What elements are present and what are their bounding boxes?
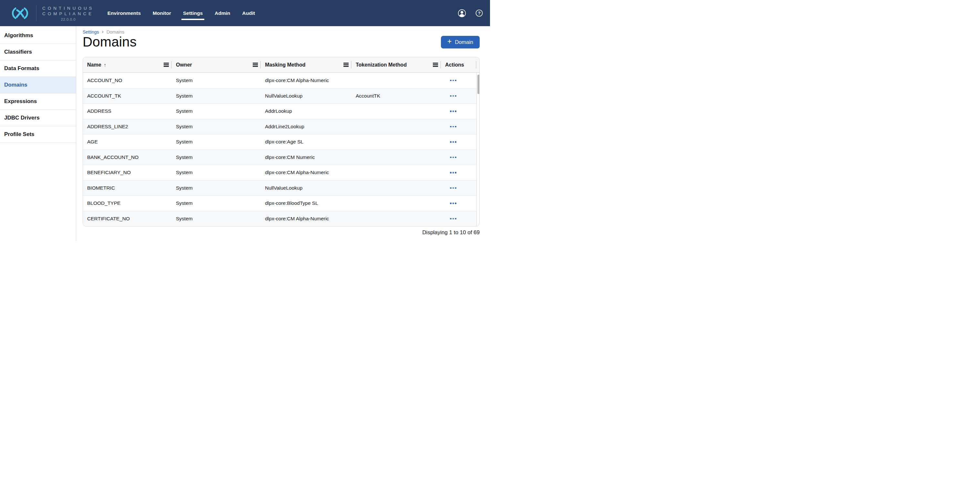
nav-item-settings[interactable]: Settings <box>183 10 203 16</box>
ellipsis-icon[interactable] <box>449 94 458 99</box>
sidebar-item-expressions[interactable]: Expressions <box>0 93 76 110</box>
cell-actions <box>441 150 476 165</box>
cell-owner: System <box>172 88 261 104</box>
user-avatar-icon[interactable] <box>458 9 466 18</box>
column-header-label: Masking Method <box>265 62 305 68</box>
cell-tokenization-method <box>352 134 441 150</box>
column-menu-icon[interactable] <box>344 63 348 67</box>
cell-tokenization-method <box>352 150 441 165</box>
page-header: Domains + Domain <box>83 35 480 49</box>
sidebar-item-classifiers[interactable]: Classifiers <box>0 44 76 61</box>
column-header-actions[interactable]: Actions <box>441 57 476 72</box>
cell-tokenization-method: AccountTK <box>352 88 441 104</box>
ellipsis-icon[interactable] <box>449 201 458 206</box>
brand-name-line2: COMPLIANCE <box>42 11 94 16</box>
column-menu-icon[interactable] <box>164 63 169 67</box>
cell-actions <box>441 104 476 119</box>
cell-actions <box>441 134 476 150</box>
cell-owner: System <box>172 134 261 150</box>
breadcrumb-current: Domains <box>107 29 124 35</box>
svg-text:?: ? <box>478 11 480 16</box>
sidebar-item-profile-sets[interactable]: Profile Sets <box>0 126 76 143</box>
table-row[interactable]: BENEFICIARY_NO System dlpx-core:CM Alpha… <box>83 165 476 180</box>
cell-name: BLOOD_TYPE <box>83 196 172 211</box>
cell-masking-method: AddrLine2Lookup <box>261 119 352 134</box>
cell-masking-method: AddrLookup <box>261 104 352 119</box>
ellipsis-icon[interactable] <box>449 124 458 129</box>
cell-tokenization-method <box>352 180 441 196</box>
ellipsis-icon[interactable] <box>449 140 458 144</box>
cell-masking-method: dlpx-core:CM Alpha-Numeric <box>261 73 352 88</box>
primary-nav: EnvironmentsMonitorSettingsAdminAudit <box>108 10 255 16</box>
cell-actions <box>441 119 476 134</box>
sidebar-item-domains[interactable]: Domains <box>0 77 76 93</box>
sidebar-item-data-formats[interactable]: Data Formats <box>0 61 76 77</box>
question-mark-glyph: ? <box>476 10 483 17</box>
cell-name: ADDRESS_LINE2 <box>83 119 172 134</box>
table-row[interactable]: ACCOUNT_TK System NullValueLookup Accoun… <box>83 88 476 104</box>
ellipsis-icon[interactable] <box>449 217 458 221</box>
user-avatar-glyph <box>458 9 466 18</box>
cell-tokenization-method <box>352 165 441 180</box>
table-row[interactable]: AGE System dlpx-core:Age SL <box>83 134 476 150</box>
brand-name-line1: CONTINUOUS <box>42 5 94 11</box>
column-header-label: Tokenization Method <box>356 62 407 68</box>
cell-masking-method: dlpx-core:Age SL <box>261 134 352 150</box>
table-row[interactable]: ADDRESS System AddrLookup <box>83 104 476 119</box>
body-row: AlgorithmsClassifiersData FormatsDomains… <box>0 26 490 241</box>
sidebar-item-algorithms[interactable]: Algorithms <box>0 27 76 44</box>
table-row[interactable]: ADDRESS_LINE2 System AddrLine2Lookup <box>83 119 476 134</box>
nav-item-admin[interactable]: Admin <box>215 10 230 16</box>
ellipsis-icon[interactable] <box>449 78 458 83</box>
help-icon[interactable]: ? <box>476 10 483 17</box>
cell-name: CERTIFICATE_NO <box>83 211 172 227</box>
navbar-icons: ? <box>458 9 483 18</box>
table-row[interactable]: BANK_ACCOUNT_NO System dlpx-core:CM Nume… <box>83 150 476 165</box>
breadcrumb: Settings › Domains <box>83 29 490 35</box>
app-version: 22.0.0.0 <box>42 18 94 21</box>
column-menu-icon[interactable] <box>253 63 258 67</box>
ellipsis-icon[interactable] <box>449 186 458 191</box>
cell-actions <box>441 211 476 227</box>
column-header-owner[interactable]: Owner <box>172 57 261 72</box>
cell-owner: System <box>172 165 261 180</box>
cell-owner: System <box>172 104 261 119</box>
header-scrollbar-corner <box>476 57 479 72</box>
column-header-name[interactable]: Name ↑ <box>83 57 172 72</box>
scrollbar-thumb[interactable] <box>477 75 480 94</box>
table-row[interactable]: BIOMETRIC System NullValueLookup <box>83 180 476 196</box>
cell-name: ACCOUNT_TK <box>83 88 172 104</box>
breadcrumb-settings-link[interactable]: Settings <box>83 29 99 35</box>
cell-tokenization-method <box>352 211 441 227</box>
table-body-wrap: ACCOUNT_NO System dlpx-core:CM Alpha-Num… <box>83 73 479 226</box>
cell-actions <box>441 88 476 104</box>
delphix-logo-icon <box>9 6 31 20</box>
column-header-tokenization-method[interactable]: Tokenization Method <box>352 57 441 72</box>
table-row[interactable]: ACCOUNT_NO System dlpx-core:CM Alpha-Num… <box>83 73 476 88</box>
cell-tokenization-method <box>352 196 441 211</box>
ellipsis-icon[interactable] <box>449 109 458 114</box>
nav-item-monitor[interactable]: Monitor <box>153 10 171 16</box>
column-header-masking-method[interactable]: Masking Method <box>261 57 352 72</box>
nav-item-environments[interactable]: Environments <box>108 10 141 16</box>
cell-name: AGE <box>83 134 172 150</box>
ellipsis-icon[interactable] <box>449 155 458 160</box>
cell-actions <box>441 165 476 180</box>
sidebar-item-jdbc-drivers[interactable]: JDBC Drivers <box>0 110 76 126</box>
cell-masking-method: dlpx-core:BloodType SL <box>261 196 352 211</box>
brand-divider <box>36 5 37 21</box>
table-row[interactable]: CERTIFICATE_NO System dlpx-core:CM Alpha… <box>83 211 476 227</box>
column-menu-icon[interactable] <box>433 63 438 67</box>
table-row[interactable]: BLOOD_TYPE System dlpx-core:BloodType SL <box>83 195 476 211</box>
cell-owner: System <box>172 196 261 211</box>
ellipsis-icon[interactable] <box>449 170 458 175</box>
cell-owner: System <box>172 119 261 134</box>
add-domain-button[interactable]: + Domain <box>441 36 480 48</box>
cell-owner: System <box>172 211 261 227</box>
top-navbar: CONTINUOUS COMPLIANCE 22.0.0.0 Environme… <box>0 0 490 26</box>
nav-item-audit[interactable]: Audit <box>242 10 255 16</box>
column-header-label: Name <box>87 62 101 68</box>
pagination-status: Displaying 1 to 10 of 69 <box>83 229 480 236</box>
table-scrollbar[interactable] <box>476 73 480 226</box>
cell-masking-method: NullValueLookup <box>261 88 352 104</box>
